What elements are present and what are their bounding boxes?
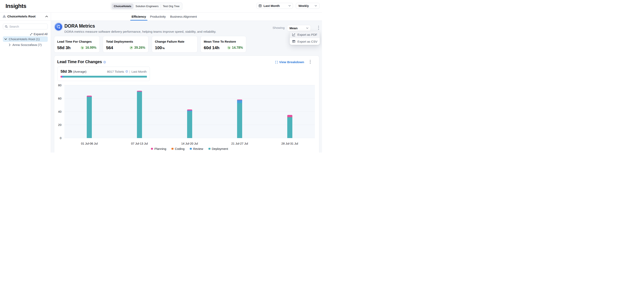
dora-header: DORA Metrics DORA metrics measure softwa… (64, 23, 216, 33)
search-input[interactable] (9, 25, 46, 28)
trend-badge: 16.99% (80, 46, 96, 49)
info-icon[interactable] (126, 70, 128, 73)
metric-card-title: Mean Time To Restore (204, 40, 243, 43)
legend-label: Deployment (212, 147, 228, 150)
granularity-select[interactable]: Weekly (296, 3, 320, 9)
chart-options-menu-button[interactable] (308, 59, 312, 65)
expand-all-button[interactable]: Expand All (30, 32, 48, 36)
metric-card-title: Total Deployments (106, 40, 145, 43)
bar-segment-review[interactable] (187, 110, 192, 111)
insights-dashboard: Insights ChoiceHotels Solution Engineers… (0, 0, 322, 152)
metric-card-value: 564 (106, 45, 113, 50)
tree-item-anna-scozzafava[interactable]: Anna Scozzafava (7) (7, 42, 48, 47)
menu-item-label: Export as PDF (298, 33, 317, 36)
granularity-value: Weekly (298, 4, 315, 7)
bar-segment-deployment[interactable] (137, 92, 142, 138)
bar-segment-deployment[interactable] (237, 103, 242, 138)
org-tab-test-org-tree[interactable]: Test Org Tree (161, 3, 182, 9)
summary-separator: | (129, 70, 130, 73)
info-icon[interactable] (104, 61, 106, 63)
chevron-up-icon[interactable] (45, 16, 48, 17)
x-axis-tick-label: 01 Jul-06 Jul (75, 142, 104, 145)
table-icon (292, 40, 296, 43)
bar-segment-review[interactable] (87, 97, 92, 97)
org-tab-solution-engineers[interactable]: Solution Engineers (134, 3, 160, 9)
dora-options-menu-button[interactable] (316, 25, 321, 30)
org-switcher: ChoiceHotels Solution Engineers Test Org… (111, 2, 182, 10)
expand-corners-icon (275, 61, 278, 63)
tree-item-label: Anna Scozzafava (7) (12, 43, 42, 47)
trend-arrow-down-icon (228, 47, 230, 49)
legend-swatch (190, 148, 192, 150)
distribution-segment-planning (60, 76, 62, 78)
bar-segment-deployment[interactable] (287, 117, 292, 138)
x-axis-tick-label: 21 Jul-27 Jul (226, 142, 254, 145)
tab-productivity[interactable]: Productivity (150, 12, 166, 21)
expand-all-icon (30, 33, 32, 35)
sidebar-title: ChoiceHotels Root (7, 15, 44, 18)
metric-card-title: Change Failure Rate (155, 40, 194, 43)
tab-efficiency[interactable]: Efficiency (132, 12, 146, 21)
bar-segment-deployment[interactable] (87, 97, 92, 138)
view-tabs: Efficiency Productivity Business Alignme… (51, 12, 322, 21)
tree-item-choicehotels-root[interactable]: ChoiceHotels Root (1) (3, 36, 48, 42)
y-axis-tick-label: 0 (54, 136, 62, 140)
trend-percent: 14.78% (232, 46, 243, 49)
gridline (64, 98, 315, 98)
bar-segment-coding[interactable] (287, 117, 292, 117)
bar-segment-planning[interactable] (187, 109, 192, 110)
chevron-down-icon (315, 5, 317, 6)
trend-arrow-up-icon (130, 47, 132, 49)
metric-card: Mean Time To Restore60d 14h14.78% (200, 36, 246, 53)
trend-percent: 39.26% (134, 46, 145, 49)
summary-tickets: 8017 Tickets (107, 70, 124, 73)
trend-badge: 39.26% (130, 46, 145, 49)
lead-time-bar-chart (64, 85, 315, 138)
bar-segment-planning[interactable] (237, 99, 242, 100)
sidebar-search (3, 23, 48, 29)
dora-description: DORA metrics measure software delivery p… (64, 30, 216, 33)
legend-swatch (172, 148, 174, 150)
date-range-select[interactable]: Last Month (256, 3, 293, 9)
dora-metric-cards: Lead Time For Changes58d 3h16.99%Total D… (54, 36, 246, 53)
legend-swatch (208, 148, 210, 150)
bar-segment-planning[interactable] (137, 91, 142, 92)
menu-item-export-pdf[interactable]: Export as PDF (290, 31, 320, 38)
legend-item-coding[interactable]: Coding (172, 147, 184, 150)
bar-segment-review[interactable] (287, 117, 292, 117)
bar-segment-planning[interactable] (87, 96, 92, 97)
bar-segment-deployment[interactable] (187, 111, 192, 138)
chevron-right-icon[interactable] (9, 44, 10, 46)
date-range-value: Last Month (264, 4, 288, 7)
tab-business-alignment[interactable]: Business Alignment (170, 12, 197, 21)
y-axis-tick-label: 80 (54, 83, 62, 87)
main-area: Efficiency Productivity Business Alignme… (51, 12, 322, 152)
legend-item-deployment[interactable]: Deployment (208, 147, 228, 150)
dora-title: DORA Metrics (64, 23, 216, 29)
legend-item-review[interactable]: Review (190, 147, 203, 150)
export-menu: Export as PDF Export as CSV (290, 31, 320, 45)
tree-item-label: ChoiceHotels Root (1) (9, 37, 40, 41)
bar-segment-review[interactable] (237, 100, 242, 103)
chevron-down-icon (306, 27, 308, 29)
trend-badge: 14.78% (227, 46, 243, 49)
view-breakdown-label: View Breakdown (279, 60, 304, 64)
metric-card-value: 60d 14h (204, 45, 220, 50)
sidebar-header[interactable]: ChoiceHotels Root (0, 12, 51, 20)
bar-segment-planning[interactable] (287, 115, 292, 117)
x-axis-tick-label: 07 Jul-13 Jul (125, 142, 154, 145)
menu-item-export-csv[interactable]: Export as CSV (290, 38, 320, 45)
y-axis-tick-label: 40 (54, 110, 62, 113)
x-axis-tick-label: 14 Jul-20 Jul (175, 142, 204, 145)
org-tab-choicehotels[interactable]: ChoiceHotels (112, 3, 133, 9)
chevron-down-icon[interactable] (4, 38, 7, 40)
menu-item-label: Export as CSV (298, 40, 317, 43)
tab-label: Business Alignment (170, 15, 197, 18)
legend-item-planning[interactable]: Planning (151, 147, 166, 150)
summary-qualifier: (Average) (73, 70, 86, 73)
y-axis-tick-label: 20 (54, 123, 62, 126)
showing-select[interactable]: Mean (287, 25, 311, 31)
lead-time-chart-card: Lead Time For Changes (54, 55, 320, 153)
distribution-segment-deployment (64, 76, 147, 78)
view-breakdown-button[interactable]: View Breakdown (275, 60, 304, 64)
